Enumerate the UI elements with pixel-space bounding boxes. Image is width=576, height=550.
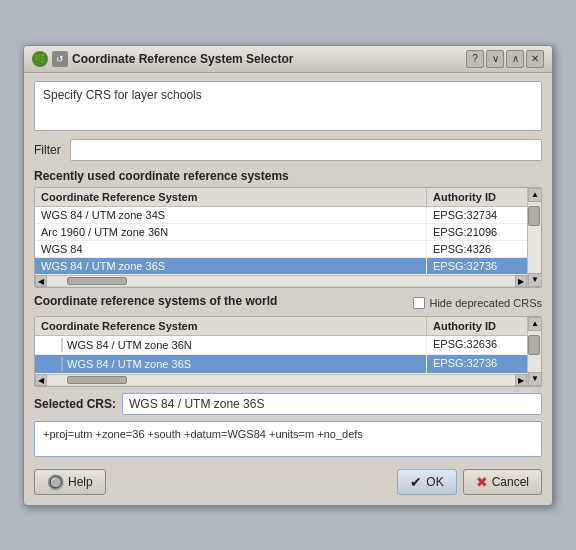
tree-line xyxy=(61,357,63,371)
tree-line xyxy=(61,338,63,352)
scroll-up-btn-2[interactable]: ▲ xyxy=(528,317,542,331)
auth-cell: EPSG:21096 xyxy=(427,224,527,240)
refresh-icon[interactable]: ↺ xyxy=(52,51,68,67)
hide-deprecated-label: Hide deprecated CRSs xyxy=(429,297,542,309)
dialog-content: Specify CRS for layer schools Filter Rec… xyxy=(24,73,552,505)
scroll-right-btn-1[interactable]: ▶ xyxy=(515,275,527,287)
scroll-left-btn-2[interactable]: ◀ xyxy=(35,374,47,386)
crs-cell: Arc 1960 / UTM zone 36N xyxy=(35,224,427,240)
scroll-right-btn-2[interactable]: ▶ xyxy=(515,374,527,386)
filter-input[interactable] xyxy=(70,139,542,161)
scroll-left-btn-1[interactable]: ◀ xyxy=(35,275,47,287)
ok-button[interactable]: ✔ OK xyxy=(397,469,456,495)
vertical-scrollbar-2[interactable]: ▲ ▼ xyxy=(527,317,541,386)
titlebar-buttons: ? ∨ ∧ ✕ xyxy=(466,50,544,68)
table-row[interactable]: WGS 84 / UTM zone 34S EPSG:32734 xyxy=(35,207,527,224)
scroll-down-btn-2[interactable]: ▼ xyxy=(528,372,542,386)
specify-crs-label: Specify CRS for layer schools xyxy=(34,81,542,131)
minimize-button[interactable]: ∨ xyxy=(486,50,504,68)
col-header-crs-1: Coordinate Reference System xyxy=(35,188,427,206)
help-icon: 🔘 xyxy=(47,474,64,490)
maximize-button[interactable]: ∧ xyxy=(506,50,524,68)
recently-used-header: Coordinate Reference System Authority ID xyxy=(35,188,527,207)
selected-crs-value: WGS 84 / UTM zone 36S xyxy=(122,393,542,415)
titlebar: 🌿 ↺ Coordinate Reference System Selector… xyxy=(24,46,552,73)
table-row[interactable]: WGS 84 / UTM zone 36S EPSG:32736 xyxy=(35,355,527,374)
scroll-track-2[interactable] xyxy=(528,331,541,372)
world-crs-table: Coordinate Reference System Authority ID… xyxy=(34,316,542,387)
main-window: 🌿 ↺ Coordinate Reference System Selector… xyxy=(23,45,553,506)
scroll-track-1[interactable] xyxy=(528,202,541,273)
hide-deprecated-row: Hide deprecated CRSs xyxy=(413,297,542,309)
filter-row: Filter xyxy=(34,139,542,161)
bottom-bar: 🔘 Help ✔ OK ✖ Cancel xyxy=(34,465,542,497)
scroll-up-btn-1[interactable]: ▲ xyxy=(528,188,542,202)
titlebar-left: 🌿 ↺ Coordinate Reference System Selector xyxy=(32,51,293,67)
crs-cell: WGS 84 / UTM zone 36S xyxy=(35,355,427,373)
ok-label: OK xyxy=(426,475,443,489)
col-header-auth-1: Authority ID xyxy=(427,188,527,206)
hscroll-track-1[interactable] xyxy=(47,276,515,286)
hscroll-thumb-2[interactable] xyxy=(67,376,127,384)
crs-cell: WGS 84 / UTM zone 36N xyxy=(35,336,427,354)
crs-cell: WGS 84 / UTM zone 34S xyxy=(35,207,427,223)
recently-used-table: Coordinate Reference System Authority ID… xyxy=(34,187,542,288)
hscroll-track-2[interactable] xyxy=(47,375,515,385)
horizontal-scrollbar-2[interactable]: ◀ ▶ xyxy=(35,374,527,386)
auth-cell: EPSG:32636 xyxy=(427,336,527,354)
auth-cell: EPSG:32736 xyxy=(427,258,527,274)
col-header-auth-2: Authority ID xyxy=(427,317,527,335)
filter-label: Filter xyxy=(34,143,64,157)
crs-cell: WGS 84 / UTM zone 36S xyxy=(35,258,427,274)
selected-crs-label: Selected CRS: xyxy=(34,397,116,411)
crs-cell: WGS 84 xyxy=(35,241,427,257)
hscroll-thumb-1[interactable] xyxy=(67,277,127,285)
auth-cell: EPSG:4326 xyxy=(427,241,527,257)
scroll-down-btn-1[interactable]: ▼ xyxy=(528,273,542,287)
world-crs-body: WGS 84 / UTM zone 36N EPSG:32636 WGS 84 … xyxy=(35,336,527,374)
recently-used-title: Recently used coordinate reference syste… xyxy=(34,169,542,183)
scroll-thumb-1[interactable] xyxy=(528,206,540,226)
app-icon: 🌿 xyxy=(32,51,48,67)
hide-deprecated-checkbox[interactable] xyxy=(413,297,425,309)
help-button[interactable]: 🔘 Help xyxy=(34,469,106,495)
world-crs-title: Coordinate reference systems of the worl… xyxy=(34,294,277,308)
help-label: Help xyxy=(68,475,93,489)
help-title-button[interactable]: ? xyxy=(466,50,484,68)
vertical-scrollbar-1[interactable]: ▲ ▼ xyxy=(527,188,541,287)
horizontal-scrollbar-1[interactable]: ◀ ▶ xyxy=(35,275,527,287)
selected-crs-row: Selected CRS: WGS 84 / UTM zone 36S xyxy=(34,393,542,415)
action-buttons: ✔ OK ✖ Cancel xyxy=(397,469,542,495)
cancel-icon: ✖ xyxy=(476,474,488,490)
window-title: Coordinate Reference System Selector xyxy=(72,52,293,66)
auth-cell: EPSG:32734 xyxy=(427,207,527,223)
recently-used-table-inner: Coordinate Reference System Authority ID… xyxy=(35,188,527,287)
auth-cell: EPSG:32736 xyxy=(427,355,527,373)
proj-string-box: +proj=utm +zone=36 +south +datum=WGS84 +… xyxy=(34,421,542,457)
scroll-thumb-2[interactable] xyxy=(528,335,540,355)
close-button[interactable]: ✕ xyxy=(526,50,544,68)
world-crs-header: Coordinate Reference System Authority ID xyxy=(35,317,527,336)
table-row[interactable]: WGS 84 EPSG:4326 xyxy=(35,241,527,258)
world-crs-section-row: Coordinate reference systems of the worl… xyxy=(34,294,542,312)
cancel-button[interactable]: ✖ Cancel xyxy=(463,469,542,495)
cancel-label: Cancel xyxy=(492,475,529,489)
table-row[interactable]: WGS 84 / UTM zone 36N EPSG:32636 xyxy=(35,336,527,355)
table-row[interactable]: WGS 84 / UTM zone 36S EPSG:32736 xyxy=(35,258,527,275)
world-crs-table-inner: Coordinate Reference System Authority ID… xyxy=(35,317,527,386)
table-row[interactable]: Arc 1960 / UTM zone 36N EPSG:21096 xyxy=(35,224,527,241)
ok-check-icon: ✔ xyxy=(410,474,422,490)
recently-used-body: WGS 84 / UTM zone 34S EPSG:32734 Arc 196… xyxy=(35,207,527,275)
col-header-crs-2: Coordinate Reference System xyxy=(35,317,427,335)
